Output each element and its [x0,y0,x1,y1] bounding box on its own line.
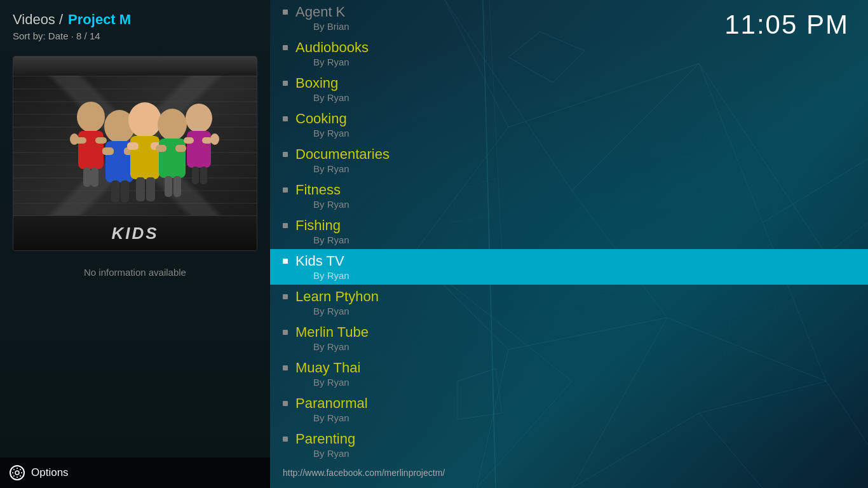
item-title: Muay Thai [295,360,360,376]
svg-rect-46 [102,147,114,155]
thumb-bottom-bar: KIDS [13,215,257,250]
list-item-row: Fishing [283,217,855,234]
list-bullet [283,10,288,15]
options-bar[interactable]: Options [0,458,270,488]
svg-rect-39 [78,131,104,169]
list-bullet [283,294,288,299]
item-title: Audiobooks [295,39,369,56]
item-subtitle: By Ryan [283,163,855,174]
list-item-row: Merlin Tube [283,324,855,341]
list-item[interactable]: CookingBy Ryan [270,107,868,142]
svg-rect-43 [91,168,98,187]
svg-rect-66 [192,166,199,184]
svg-rect-49 [121,180,129,203]
header: Videos / Project M Sort by: Date · 8 / 1… [0,0,270,46]
item-subtitle: By Ryan [283,57,855,67]
list-container: Agent KBy BrianAudiobooksBy RyanBoxingBy… [270,0,868,463]
svg-rect-67 [200,166,207,184]
list-bullet [283,259,288,264]
item-subtitle: By Ryan [283,92,855,103]
item-subtitle: By Ryan [283,377,855,388]
list-item[interactable]: FishingBy Ryan [270,214,868,249]
list-item-row: Kids TV [283,253,855,269]
list-item-row: Parenting [283,431,855,447]
clock: 11:05 PM [724,10,849,40]
kids-figures [27,79,243,212]
list-item[interactable]: ParanormalBy Ryan [270,391,868,427]
options-label: Options [31,466,69,479]
svg-point-62 [186,104,212,133]
item-title: Agent K [295,4,345,20]
list-item-row: Cooking [283,111,855,127]
item-subtitle: By Ryan [283,128,855,139]
item-title: Merlin Tube [295,324,369,341]
item-title: Cooking [295,111,347,127]
list-bullet [283,45,288,50]
thumb-image-area [13,76,257,215]
list-panel: Agent KBy BrianAudiobooksBy RyanBoxingBy… [270,0,868,488]
list-item-row: Boxing [283,75,855,92]
item-subtitle: By Ryan [283,341,855,352]
list-item-row: Fitness [283,182,855,198]
list-bullet [283,152,288,157]
item-subtitle: By Ryan [283,270,855,281]
svg-rect-52 [127,142,139,150]
list-bullet [283,330,288,335]
kids-logo: KIDS [111,224,158,243]
project-m-label: Project M [68,11,131,28]
list-bullet [283,401,288,406]
list-item[interactable]: Muay ThaiBy Ryan [270,356,868,391]
item-title: Learn Ptyhon [295,288,379,305]
list-bullet [283,223,288,228]
list-item[interactable]: ParentingBy Ryan [270,427,868,463]
list-bullet [283,116,288,121]
sort-label: Sort by: Date · 8 / 14 [13,30,257,41]
list-bullet [283,187,288,193]
item-title: Parenting [295,431,355,447]
thumb-top-bar [13,57,257,76]
fb-link[interactable]: http://www.facebook.com/merlinprojectm/ [270,463,868,483]
item-title: Kids TV [295,253,344,269]
left-panel: Videos / Project M Sort by: Date · 8 / 1… [0,0,270,488]
list-item-row: Audiobooks [283,39,855,56]
svg-rect-42 [83,168,91,187]
item-subtitle: By Ryan [283,234,855,245]
item-title: Paranormal [295,395,368,412]
svg-point-69 [210,133,219,145]
list-item[interactable]: Kids TVBy Ryan [270,249,868,285]
list-bullet [283,437,288,442]
svg-rect-63 [187,131,211,168]
list-item-row: Paranormal [283,395,855,412]
item-subtitle: By Ryan [283,306,855,316]
list-item[interactable]: Learn PtyhonBy Ryan [270,285,868,320]
svg-rect-54 [136,177,145,201]
item-title: Fitness [295,182,341,198]
item-title: Fishing [295,217,341,234]
svg-rect-41 [95,137,107,144]
list-item[interactable]: AudiobooksBy Ryan [270,36,868,71]
svg-rect-64 [184,137,194,144]
item-title: Boxing [295,75,338,92]
no-info-text: No information available [0,267,270,278]
list-item-row: Documentaries [283,146,855,163]
list-item[interactable]: FitnessBy Ryan [270,178,868,214]
videos-label: Videos / [13,11,63,28]
list-item-row: Learn Ptyhon [283,288,855,305]
svg-point-56 [158,109,187,140]
svg-point-70 [15,471,19,475]
svg-point-38 [77,102,105,132]
svg-rect-58 [156,145,166,152]
item-subtitle: By Ryan [283,448,855,459]
list-item[interactable]: BoxingBy Ryan [270,71,868,107]
item-subtitle: By Ryan [283,412,855,423]
svg-rect-57 [159,139,186,178]
list-bullet [283,365,288,370]
svg-point-68 [70,133,79,145]
list-item[interactable]: Merlin TubeBy Ryan [270,320,868,356]
svg-rect-60 [165,176,172,197]
list-item[interactable]: DocumentariesBy Ryan [270,142,868,178]
item-subtitle: By Ryan [283,199,855,210]
svg-point-50 [128,102,161,138]
svg-rect-59 [175,145,186,152]
options-icon [10,465,25,480]
